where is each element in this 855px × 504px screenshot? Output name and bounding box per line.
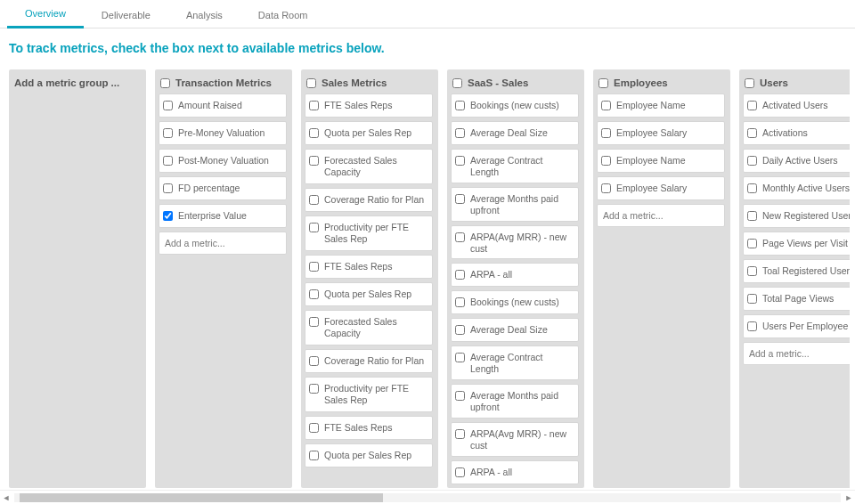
- metric-card[interactable]: New Registered Users: [743, 204, 850, 228]
- metric-card[interactable]: Quota per Sales Rep: [305, 282, 433, 306]
- tab-deliverable[interactable]: Deliverable: [84, 2, 168, 28]
- metric-card[interactable]: ARPA(Avg MRR) - new cust: [451, 422, 579, 457]
- metric-card[interactable]: Bookings (new custs): [451, 290, 579, 314]
- metric-checkbox[interactable]: [455, 467, 465, 477]
- column-body[interactable]: Bookings (new custs)Average Deal SizeAve…: [451, 93, 581, 484]
- metric-card[interactable]: Average Contract Length: [451, 149, 579, 183]
- metric-card[interactable]: ARPA - all: [451, 460, 579, 484]
- metric-checkbox[interactable]: [163, 156, 173, 166]
- add-metric-input[interactable]: Add a metric...: [743, 342, 850, 365]
- metric-checkbox[interactable]: [163, 101, 173, 110]
- metric-checkbox[interactable]: [309, 128, 319, 138]
- metric-checkbox[interactable]: [747, 266, 757, 276]
- hscroll-thumb[interactable]: [20, 493, 383, 502]
- metric-checkbox[interactable]: [309, 384, 319, 394]
- metric-checkbox[interactable]: [455, 128, 465, 138]
- metric-checkbox[interactable]: [309, 423, 319, 433]
- column-header[interactable]: Sales Metrics: [305, 73, 435, 93]
- metric-checkbox[interactable]: [455, 156, 465, 166]
- metric-card[interactable]: Coverage Ratio for Plan: [305, 188, 433, 212]
- metric-checkbox[interactable]: [747, 156, 757, 166]
- metric-card[interactable]: Enterprise Value: [159, 204, 287, 228]
- metric-card[interactable]: FTE Sales Reps: [305, 255, 433, 279]
- metric-card[interactable]: Forecasted Sales Capacity: [305, 149, 433, 184]
- metric-card[interactable]: Monthly Active Users: [743, 176, 850, 200]
- metric-checkbox[interactable]: [309, 356, 319, 366]
- metric-card[interactable]: Coverage Ratio for Plan: [305, 349, 433, 373]
- horizontal-scrollbar[interactable]: ◄ ►: [0, 490, 855, 504]
- column-header[interactable]: Users: [743, 73, 850, 93]
- column-header[interactable]: Transaction Metrics: [159, 73, 289, 93]
- metric-checkbox[interactable]: [747, 183, 757, 193]
- metric-checkbox[interactable]: [309, 451, 319, 460]
- metric-card[interactable]: Average Deal Size: [451, 121, 579, 145]
- metric-card[interactable]: Employee Name: [597, 149, 725, 173]
- metric-checkbox[interactable]: [455, 232, 465, 242]
- metric-checkbox[interactable]: [747, 321, 757, 331]
- metric-card[interactable]: Toal Registered Users: [743, 259, 850, 283]
- metric-card[interactable]: Activated Users: [743, 93, 850, 118]
- hscroll-left-arrow[interactable]: ◄: [0, 492, 12, 504]
- metric-card[interactable]: Employee Salary: [597, 176, 725, 200]
- metric-checkbox[interactable]: [455, 391, 465, 401]
- metric-checkbox[interactable]: [747, 211, 757, 221]
- metric-checkbox[interactable]: [747, 101, 757, 110]
- metric-checkbox[interactable]: [601, 101, 611, 110]
- metric-checkbox[interactable]: [163, 183, 173, 193]
- metric-checkbox[interactable]: [309, 289, 319, 299]
- column-checkbox[interactable]: [598, 78, 608, 88]
- metric-card[interactable]: Pre-Money Valuation: [159, 121, 287, 145]
- metric-checkbox[interactable]: [601, 128, 611, 138]
- column-checkbox[interactable]: [306, 78, 316, 88]
- metric-card[interactable]: Average Deal Size: [451, 318, 579, 342]
- metric-card[interactable]: ARPA - all: [451, 263, 579, 287]
- tab-data-room[interactable]: Data Room: [240, 2, 326, 28]
- metric-checkbox[interactable]: [455, 194, 465, 204]
- metric-checkbox[interactable]: [601, 156, 611, 166]
- column-header[interactable]: Employees: [597, 73, 727, 93]
- hscroll-track[interactable]: [14, 493, 841, 502]
- metric-checkbox[interactable]: [309, 223, 319, 232]
- add-metric-input[interactable]: Add a metric...: [597, 204, 725, 227]
- metric-card[interactable]: Productivity per FTE Sales Rep: [305, 377, 433, 412]
- metric-checkbox[interactable]: [163, 211, 173, 221]
- metric-card[interactable]: Average Contract Length: [451, 345, 579, 380]
- metric-checkbox[interactable]: [747, 239, 757, 248]
- metric-checkbox[interactable]: [309, 195, 319, 205]
- metric-card[interactable]: Forecasted Sales Capacity: [305, 310, 433, 345]
- metric-checkbox[interactable]: [309, 317, 319, 327]
- metric-card[interactable]: Productivity per FTE Sales Rep: [305, 215, 433, 251]
- metric-checkbox[interactable]: [455, 429, 465, 439]
- metric-card[interactable]: Bookings (new custs): [451, 93, 579, 118]
- metric-checkbox[interactable]: [455, 270, 465, 280]
- metric-card[interactable]: Users Per Employee: [743, 314, 850, 338]
- metric-checkbox[interactable]: [747, 294, 757, 304]
- metric-card[interactable]: Average Months paid upfront: [451, 187, 579, 222]
- metrics-board[interactable]: Add a metric group ...Transaction Metric…: [5, 68, 850, 490]
- column-body[interactable]: Activated UsersActivationsDaily Active U…: [743, 93, 850, 484]
- tab-analysis[interactable]: Analysis: [168, 2, 240, 28]
- add-metric-input[interactable]: Add a metric...: [159, 232, 287, 255]
- column-header[interactable]: SaaS - Sales: [451, 73, 581, 93]
- metric-checkbox[interactable]: [455, 101, 465, 110]
- metric-card[interactable]: Employee Salary: [597, 121, 725, 145]
- metric-card[interactable]: FTE Sales Reps: [305, 416, 433, 440]
- hscroll-right-arrow[interactable]: ►: [843, 492, 855, 504]
- column-checkbox[interactable]: [452, 78, 462, 88]
- metric-checkbox[interactable]: [309, 101, 319, 110]
- metric-card[interactable]: Page Views per Visit: [743, 232, 850, 256]
- metric-card[interactable]: Quota per Sales Rep: [305, 121, 433, 145]
- metric-card[interactable]: FTE Sales Reps: [305, 93, 433, 118]
- metric-checkbox[interactable]: [601, 183, 611, 193]
- column-checkbox[interactable]: [160, 78, 170, 88]
- metric-card[interactable]: Quota per Sales Rep: [305, 443, 433, 467]
- metric-card[interactable]: Total Page Views: [743, 287, 850, 311]
- metric-checkbox[interactable]: [747, 128, 757, 138]
- metric-card[interactable]: Daily Active Users: [743, 149, 850, 173]
- metric-card[interactable]: Average Months paid upfront: [451, 384, 579, 419]
- column-checkbox[interactable]: [745, 78, 754, 88]
- metric-card[interactable]: ARPA(Avg MRR) - new cust: [451, 225, 579, 260]
- metric-card[interactable]: Activations: [743, 121, 850, 145]
- metric-card[interactable]: Post-Money Valuation: [159, 149, 287, 173]
- metric-checkbox[interactable]: [309, 156, 319, 166]
